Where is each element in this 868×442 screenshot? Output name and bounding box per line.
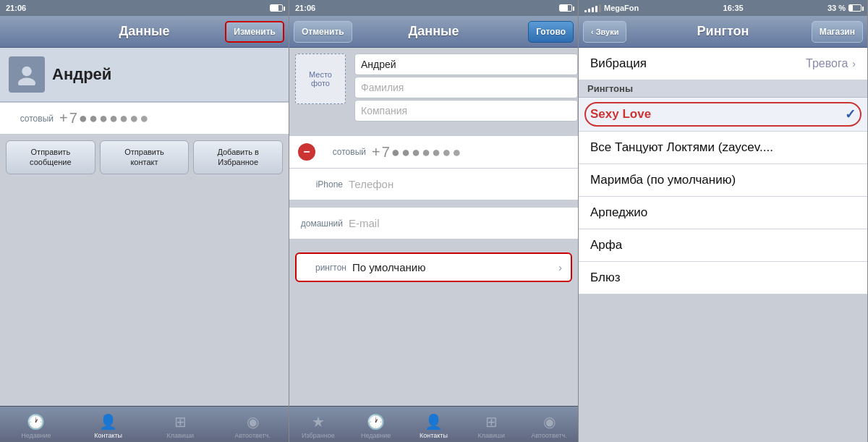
tab-keypad-2[interactable]: ⊞ Клавиши [462, 410, 520, 439]
status-time-3: 16:35 [723, 4, 744, 12]
voicemail-label-1: Автоответч. [235, 432, 271, 439]
name-fields: Андрей Фамилия Компания [354, 48, 578, 129]
lastname-field[interactable]: Фамилия [354, 77, 578, 98]
ringtone-item-2[interactable]: Маримба (по умолчанию) [579, 164, 867, 197]
sounds-back-btn[interactable]: ‹ Звуки [583, 21, 626, 43]
battery-icon-1 [270, 4, 283, 12]
fav-label-2: Избранное [302, 432, 335, 439]
ringtone-item-4[interactable]: Арфа [579, 229, 867, 262]
ringtone-name-1: Все Танцуют Локтями (zaycev.... [590, 140, 856, 155]
voicemail-label-2: Автоответч. [531, 432, 566, 439]
voicemail-icon-1: ◉ [247, 413, 259, 430]
done-button[interactable]: Готово [528, 21, 574, 43]
phone-value-2: +7●●●●●●● [372, 144, 569, 161]
remove-phone-btn[interactable]: − [298, 143, 315, 161]
tab-fav-2[interactable]: ★ Избранное [289, 410, 347, 439]
tab-voicemail-2[interactable]: ◉ Автоответч. [520, 410, 578, 439]
avatar [9, 56, 45, 93]
phone-placeholder: Телефон [349, 178, 569, 190]
keypad-label-1: Клавиши [167, 432, 195, 439]
ringtone-item-5[interactable]: Блюз [579, 262, 867, 294]
store-btn[interactable]: Магазин [812, 21, 863, 43]
recent-icon-2: 🕐 [367, 413, 385, 430]
keypad-icon-2: ⊞ [485, 413, 498, 430]
voicemail-icon-2: ◉ [543, 413, 556, 430]
contact-header: Андрей [0, 48, 289, 102]
edit-header: Место фото Андрей Фамилия Компания [289, 48, 578, 129]
keypad-icon-1: ⊞ [174, 413, 187, 430]
nav-bar-2: Отменить Данные Готово [289, 16, 578, 48]
ringtone-item-0[interactable]: Sexy Love ✓ [579, 98, 867, 132]
send-contact-btn[interactable]: Отправитьконтакт [100, 140, 190, 174]
recent-icon-1: 🕐 [27, 413, 45, 430]
phone-label-2: сотовый [321, 147, 372, 157]
email-label: домашний [298, 218, 349, 229]
tab-keypad-1[interactable]: ⊞ Клавиши [145, 410, 217, 439]
ringtone-item-1[interactable]: Все Танцуют Локтями (zaycev.... [579, 132, 867, 164]
tab-bar-2: ★ Избранное 🕐 Недавние 👤 Контакты ⊞ Клав… [289, 406, 578, 442]
company-field[interactable]: Компания [354, 100, 578, 122]
contacts-icon-1: 👤 [99, 413, 117, 430]
watermark: clubSovet [840, 378, 861, 401]
ringtone-label: рингтон [305, 263, 352, 273]
tab-bar-1: 🕐 Недавние 👤 Контакты ⊞ Клавиши ◉ Автоот… [0, 406, 289, 442]
tab-recent-1[interactable]: 🕐 Недавние [0, 410, 72, 439]
send-message-btn[interactable]: Отправитьсообщение [6, 140, 95, 174]
carrier-name: MegaFon [604, 4, 639, 12]
status-time-1: 21:06 [6, 4, 26, 12]
phone-label-1: сотовый [9, 114, 59, 124]
tab-contacts-1[interactable]: 👤 Контакты [72, 410, 145, 439]
edit-button[interactable]: Изменить [225, 21, 284, 43]
ringtone-chevron-icon: › [558, 262, 562, 273]
email-placeholder: E-mail [349, 217, 569, 229]
vibration-row[interactable]: Вибрация Тревога › [579, 48, 867, 80]
ringtone-list: Sexy Love ✓ Все Танцуют Локтями (zaycev.… [579, 98, 867, 294]
ringtones-section-header: Рингтоны [579, 80, 867, 98]
nav-title-3: Рингтон [697, 24, 749, 39]
keypad-label-2: Клавиши [478, 432, 506, 439]
status-bar-2: 21:06 [289, 0, 578, 16]
tab-contacts-2[interactable]: 👤 Контакты [405, 410, 463, 439]
phone-value-1: +7●●●●●●● [59, 110, 280, 127]
vibration-label: Вибрация [590, 56, 806, 71]
ringtone-value: По умолчанию [352, 261, 558, 273]
battery-icon-2 [559, 4, 572, 12]
phone-field-2: − сотовый +7●●●●●●● [289, 136, 578, 169]
ringtone-name-5: Блюз [590, 271, 856, 285]
phone-field-1: сотовый +7●●●●●●● [0, 103, 289, 135]
vibration-chevron-icon: › [852, 58, 856, 69]
iphone-label: iPhone [298, 179, 349, 190]
tab-voicemail-1[interactable]: ◉ Автоответч. [216, 410, 289, 439]
nav-title-2: Данные [409, 24, 459, 39]
ringtone-name-2: Маримба (по умолчанию) [590, 173, 856, 187]
battery-pct-3: 33 % [827, 4, 846, 12]
svg-point-0 [22, 67, 32, 77]
signal-bars [584, 4, 601, 12]
recent-label-1: Недавние [21, 432, 51, 439]
contacts-label-2: Контакты [420, 432, 448, 439]
fav-icon-2: ★ [312, 413, 325, 430]
ringtone-name-3: Арпеджио [590, 205, 856, 220]
contacts-label-1: Контакты [94, 432, 122, 439]
firstname-field[interactable]: Андрей [354, 54, 578, 75]
add-favorite-btn[interactable]: Добавить вИзбранное [193, 140, 283, 174]
action-buttons: Отправитьсообщение Отправитьконтакт Доба… [0, 135, 289, 180]
contacts-icon-2: 👤 [425, 413, 443, 430]
panel-contact-view: 21:06 Данные Изменить Андрей сотовый +7●… [0, 0, 289, 442]
ringtone-row[interactable]: рингтон По умолчанию › [295, 252, 572, 282]
ringtone-name-4: Арфа [590, 238, 856, 252]
cancel-button[interactable]: Отменить [294, 21, 352, 43]
photo-placeholder[interactable]: Место фото [295, 54, 346, 104]
ringtone-item-3[interactable]: Арпеджио [579, 197, 867, 229]
status-bar-3: MegaFon 16:35 33 % [579, 0, 867, 16]
battery-icon-3 [848, 4, 861, 12]
nav-bar-3: ‹ Звуки Рингтон Магазин [579, 16, 867, 48]
vibration-value: Тревога [806, 57, 848, 70]
panel-ringtone-list: MegaFon 16:35 33 % ‹ Звуки Рингтон Магаз… [579, 0, 868, 442]
contact-name-1: Андрей [52, 65, 111, 84]
svg-point-1 [18, 78, 35, 86]
recent-label-2: Недавние [361, 432, 391, 439]
tab-recent-2[interactable]: 🕐 Недавние [347, 410, 405, 439]
nav-title-1: Данные [119, 24, 170, 39]
email-field: домашний E-mail [289, 208, 578, 239]
